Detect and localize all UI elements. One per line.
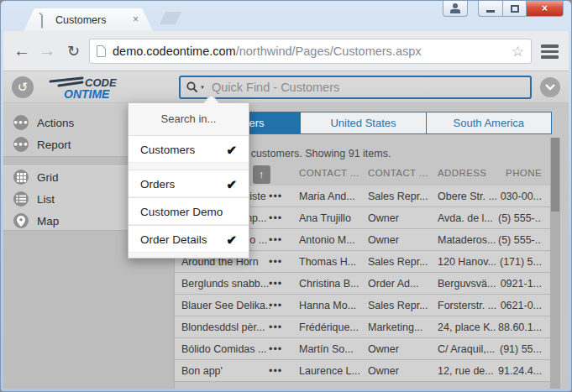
cell-contact-name: Christina B... xyxy=(299,273,365,295)
scrollbar-thumb[interactable] xyxy=(551,138,559,212)
column-header-1[interactable]: CONTACT ... xyxy=(299,168,359,178)
user-icon xyxy=(449,3,461,13)
dropdown-item-order-details[interactable]: Order Details✔ xyxy=(129,225,249,253)
ellipsis-icon: ●●● xyxy=(13,137,29,152)
bookmark-star-icon[interactable]: ☆ xyxy=(512,43,524,60)
row-menu-button[interactable]: ••• xyxy=(269,295,294,316)
check-icon: ✔ xyxy=(226,136,237,164)
browser-tab-title: Customers xyxy=(55,14,106,26)
browser-menu-button[interactable] xyxy=(541,44,559,61)
cell-company: Blondesddsl pèr... xyxy=(181,316,270,338)
cell-phone: (5) 555-... xyxy=(498,229,542,251)
app-toolbar: ↺ CODE ONTIME ▼ xyxy=(3,71,569,103)
page-favicon-icon xyxy=(41,13,43,29)
cell-contact-title: Owner xyxy=(368,207,435,229)
cell-contact-name: Maria And... xyxy=(299,186,365,207)
sidebar-item-label: List xyxy=(37,193,55,206)
user-profile-button[interactable] xyxy=(443,1,468,17)
dropdown-header: Search in... xyxy=(129,107,249,132)
row-menu-button[interactable]: ••• xyxy=(269,273,294,295)
back-button[interactable]: ← xyxy=(13,40,30,60)
address-bar[interactable]: demo.codeontime.com/northwind/Pages/Cust… xyxy=(89,39,532,64)
view-tab-south-america[interactable]: South America xyxy=(427,112,552,134)
column-header-4[interactable]: PHONE xyxy=(494,168,542,178)
dropdown-item-orders[interactable]: Orders✔ xyxy=(129,170,249,197)
minimize-icon xyxy=(486,10,495,13)
new-tab-button[interactable] xyxy=(160,12,181,24)
browser-window: Customers × × ← → ↻ demo.codeontime.com/… xyxy=(0,0,572,392)
row-menu-button[interactable]: ••• xyxy=(269,316,294,338)
undo-icon: ↺ xyxy=(18,80,29,95)
sort-ascending-button[interactable]: ↑ xyxy=(253,165,270,184)
map-pin-icon xyxy=(13,213,29,228)
dropdown-item-customer-demo[interactable]: Customer Demo xyxy=(129,197,249,225)
vertical-scrollbar[interactable] xyxy=(550,138,560,389)
quick-find-box[interactable]: ▼ xyxy=(179,76,532,99)
app-page: ↺ CODE ONTIME ▼ xyxy=(3,71,569,389)
page-icon xyxy=(97,45,106,57)
row-menu-button[interactable]: ••• xyxy=(269,338,294,360)
table-row[interactable]: Bólido Comidas ...•••Martín So...OwnerC/… xyxy=(175,338,550,360)
app-back-button[interactable]: ↺ xyxy=(12,76,34,98)
view-tab-united-states[interactable]: United States xyxy=(301,112,426,134)
cell-company: Bon app' xyxy=(181,360,270,382)
window-titlebar[interactable]: Customers × × xyxy=(3,1,569,31)
column-header-2[interactable]: CONTACT ... xyxy=(368,168,428,178)
cell-contact-title: Owner xyxy=(368,338,435,360)
sidebar-item-label: Actions xyxy=(37,117,74,129)
cell-company: Blauer See Delika... xyxy=(181,295,270,316)
dropdown-item-customers[interactable]: Customers✔ xyxy=(129,135,249,163)
table-row[interactable]: Blondesddsl pèr...•••Frédérique...Market… xyxy=(175,316,550,338)
reload-button[interactable]: ↻ xyxy=(67,41,80,61)
cell-contact-title: Order Ad... xyxy=(368,273,435,295)
cell-phone: (91) 55... xyxy=(498,338,542,360)
cell-contact-name: Hanna Mo... xyxy=(299,295,365,316)
row-menu-button[interactable]: ••• xyxy=(269,229,294,251)
row-menu-button[interactable]: ••• xyxy=(269,207,294,229)
cell-contact-name: Martín So... xyxy=(299,338,365,360)
panel-expand-button[interactable] xyxy=(540,77,560,97)
cell-address: Berguvsvä... xyxy=(438,273,496,295)
row-menu-button[interactable]: ••• xyxy=(269,360,294,382)
row-menu-button[interactable]: ••• xyxy=(269,186,294,207)
dropdown-item-label: Customers xyxy=(140,136,195,164)
cell-contact-title: Sales Repr... xyxy=(368,251,435,273)
table-row[interactable]: Bon app'•••Laurence L...Owner12, rue de.… xyxy=(175,360,550,382)
dropdown-item-label: Orders xyxy=(140,170,175,198)
cell-address: 12, rue de... xyxy=(438,360,496,382)
cell-address: 120 Hanov... xyxy=(438,251,496,273)
search-scope-button[interactable]: ▼ xyxy=(186,81,205,94)
cell-phone: 0921-1... xyxy=(498,273,542,295)
row-menu-button[interactable]: ••• xyxy=(269,251,294,273)
quick-find-input[interactable] xyxy=(212,81,525,94)
maximize-button[interactable] xyxy=(502,1,526,17)
cell-contact-name: Frédérique... xyxy=(299,316,365,338)
tab-close-icon[interactable]: × xyxy=(133,13,139,25)
cell-contact-name: Ana Trujillo xyxy=(299,207,365,229)
close-window-button[interactable]: × xyxy=(526,1,564,17)
browser-tab[interactable]: Customers × xyxy=(24,8,153,31)
cell-contact-name: Antonio M... xyxy=(299,229,365,251)
svg-text:ONTIME: ONTIME xyxy=(64,87,110,101)
table-row[interactable]: Blauer See Delika...•••Hanna Mo...Sales … xyxy=(175,295,550,316)
url-text[interactable]: demo.codeontime.com/northwind/Pages/Cust… xyxy=(113,44,422,58)
logo-wing-icon xyxy=(50,78,82,86)
dropdown-groups: Customers✔Orders✔Customer DemoOrder Deta… xyxy=(129,135,249,253)
cell-address: C/ Araquil,... xyxy=(438,338,496,360)
caret-down-icon: ▼ xyxy=(200,85,205,90)
browser-toolbar: ← → ↻ demo.codeontime.com/northwind/Page… xyxy=(3,31,569,71)
minimize-button[interactable] xyxy=(478,1,502,17)
cell-address: Mataderos... xyxy=(438,229,496,251)
cell-address: 24, place K... xyxy=(438,316,496,338)
cell-contact-title: Owner xyxy=(368,360,435,382)
chevron-down-icon xyxy=(545,84,555,91)
table-row[interactable]: Berglunds snabb...•••Christina B...Order… xyxy=(175,273,550,295)
cell-phone: 030-00... xyxy=(498,186,542,207)
cell-phone: (171) 5... xyxy=(498,251,542,273)
grid-icon xyxy=(13,170,29,185)
forward-button[interactable]: → xyxy=(39,40,55,60)
cell-company: Berglunds snabb... xyxy=(181,273,270,295)
column-header-3[interactable]: ADDRESS xyxy=(438,168,486,178)
app-logo: CODE ONTIME xyxy=(39,74,148,105)
cell-address: Forsterstr. ... xyxy=(438,295,496,316)
